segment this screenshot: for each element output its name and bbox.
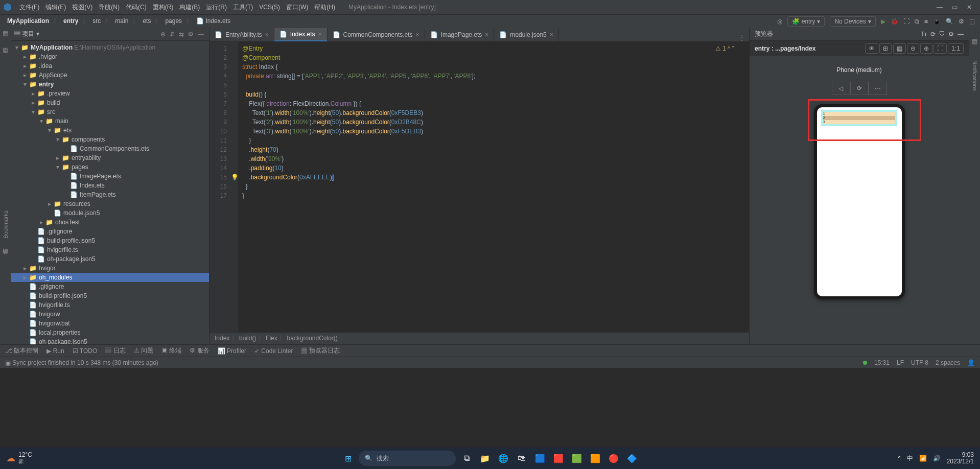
app-icon[interactable]: 🟥	[551, 451, 566, 466]
coverage-icon[interactable]: ⛶	[903, 18, 909, 25]
breadcrumb-item[interactable]: pages	[163, 17, 184, 25]
tree-root[interactable]: ▾📁 MyApplication E:\HarmonyOS\MyApplicat…	[11, 43, 209, 52]
tree-item[interactable]: ▾📁main	[11, 116, 209, 126]
tree-item[interactable]: ▸📁oh_modules	[11, 273, 209, 282]
tree-item[interactable]: ▸📁.idea	[11, 61, 209, 71]
tree-item[interactable]: 📄build-profile.json5	[11, 236, 209, 245]
breadcrumb-item[interactable]: MyApplication	[5, 17, 51, 25]
close-tab-icon[interactable]: ×	[550, 31, 553, 38]
project-tree[interactable]: ▾📁 MyApplication E:\HarmonyOS\MyApplicat…	[11, 41, 209, 344]
tree-item[interactable]: 📄local.properties	[11, 328, 209, 337]
ime-indicator[interactable]: 中	[907, 454, 913, 463]
bottom-tool-5[interactable]: ▣ 终端	[161, 346, 181, 355]
notifications-tool-label[interactable]: Notifications	[972, 60, 978, 91]
menu-item[interactable]: 文件(F)	[16, 4, 42, 11]
explorer-icon[interactable]: 📁	[477, 451, 493, 466]
tree-item[interactable]: ▸📁hvigor	[11, 264, 209, 273]
inspect-icon[interactable]: ⊞	[879, 43, 892, 54]
settings-icon[interactable]: ⚙	[959, 18, 964, 25]
more-button[interactable]: ⋯	[869, 82, 887, 95]
chrome-icon[interactable]: 🔴	[606, 451, 621, 466]
encoding[interactable]: UTF-8	[911, 359, 928, 366]
back-button[interactable]: ◁	[832, 82, 850, 95]
tree-item[interactable]: 📄.gitignore	[11, 227, 209, 236]
chevron-up-icon[interactable]: ^	[898, 455, 901, 462]
deveco-icon[interactable]: 🔷	[624, 451, 640, 466]
bottom-tool-4[interactable]: ⚠ 问题	[134, 346, 153, 355]
tree-item[interactable]: ▾📁pages	[11, 162, 209, 172]
indent[interactable]: 2 spaces	[936, 359, 960, 366]
breadcrumb-item[interactable]: ets	[141, 17, 153, 25]
fit-icon[interactable]: ⛶	[934, 43, 947, 54]
tree-item[interactable]: 📄hvigorfile.ts	[11, 300, 209, 310]
search-icon[interactable]: 🔍	[946, 18, 953, 25]
tree-item[interactable]: ▸📁AppScope	[11, 71, 209, 80]
vscode-icon[interactable]: 🟦	[532, 451, 548, 466]
tree-item[interactable]: 📄CommonComponents.ets	[11, 144, 209, 153]
bottom-tool-8[interactable]: ✓ Code Linter	[254, 347, 293, 355]
maximize-icon[interactable]: ▭	[952, 4, 958, 11]
device-manager-icon[interactable]: 📱	[933, 18, 941, 25]
module-selector[interactable]: 🧩 entry ▾	[787, 16, 825, 27]
close-tab-icon[interactable]: ×	[265, 31, 269, 38]
system-tray[interactable]: ^ 中 📶 🔊 9:03 2023/12/1	[898, 452, 974, 465]
editor-crumb-item[interactable]: Index	[215, 335, 229, 342]
editor-crumb-item[interactable]: build()	[239, 335, 256, 342]
bottom-tool-3[interactable]: ▤ 日志	[105, 346, 125, 355]
rotate-button[interactable]: ⟳	[850, 82, 869, 95]
editor-tab[interactable]: 📄Index.ets×	[274, 28, 328, 41]
bottom-tool-6[interactable]: ⚙ 服务	[190, 346, 209, 355]
hide-icon[interactable]: —	[198, 31, 204, 38]
tree-item[interactable]: ▸📁resources	[11, 199, 209, 208]
preview-tool-icon[interactable]: ▦	[972, 38, 977, 45]
project-tool-icon[interactable]: ▦	[3, 30, 8, 37]
editor-crumb-item[interactable]: Flex	[266, 335, 277, 342]
close-tab-icon[interactable]: ×	[318, 31, 322, 38]
start-icon[interactable]: ⊞	[340, 451, 356, 466]
tree-item[interactable]: 📄hvigorw.bat	[11, 319, 209, 328]
menu-item[interactable]: 代码(C)	[123, 4, 150, 11]
breadcrumb-item[interactable]: entry	[61, 17, 80, 25]
tree-item[interactable]: 📄hvigorfile.ts	[11, 245, 209, 254]
clock[interactable]: 9:03 2023/12/1	[947, 452, 974, 465]
minimize-icon[interactable]: ―	[937, 4, 943, 11]
menu-item[interactable]: 运行(R)	[203, 4, 230, 11]
menu-item[interactable]: 工具(T)	[230, 4, 256, 11]
bottom-tool-9[interactable]: ▦ 预览器日志	[301, 346, 339, 355]
wifi-icon[interactable]: 📶	[919, 455, 927, 462]
menu-item[interactable]: 帮助(H)	[311, 4, 338, 11]
tree-item[interactable]: 📄Index.ets	[11, 181, 209, 190]
device-selector[interactable]: No Devices ▾	[830, 16, 875, 27]
menu-item[interactable]: 重构(R)	[150, 4, 177, 11]
eye-icon[interactable]: 👁	[865, 43, 878, 54]
grid-icon[interactable]: ▦	[893, 43, 906, 54]
sync-icon[interactable]: ◎	[777, 18, 782, 25]
tree-item[interactable]: ▸📁build	[11, 98, 209, 107]
tree-item[interactable]: 📄hvigorw	[11, 310, 209, 319]
stop-icon[interactable]: ■	[924, 18, 928, 25]
bookmarks-tool-label[interactable]: Bookmarks	[3, 210, 9, 239]
volume-icon[interactable]: 🔊	[933, 455, 941, 462]
tree-item[interactable]: 📄oh-package.json5	[11, 254, 209, 264]
menu-item[interactable]: 构建(B)	[176, 4, 203, 11]
task-view-icon[interactable]: ⧉	[459, 451, 474, 466]
breadcrumb-item[interactable]: main	[113, 17, 130, 25]
menu-item[interactable]: 导航(N)	[96, 4, 123, 11]
close-tab-icon[interactable]: ×	[416, 31, 419, 38]
profile-icon[interactable]: ⧉	[915, 18, 919, 25]
line-separator[interactable]: LF	[897, 359, 904, 366]
editor-breadcrumb[interactable]: Index 〉 build() 〉 Flex 〉 backgroundColor…	[209, 332, 749, 344]
expand-all-icon[interactable]: ⇵	[170, 31, 175, 38]
tree-item[interactable]: 📄ItemPage.ets	[11, 190, 209, 199]
bottom-tool-0[interactable]: ⎇ 版本控制	[5, 346, 38, 355]
editor-tab[interactable]: 📄ImagePage.ets×	[425, 28, 495, 41]
app3-icon[interactable]: 🟧	[588, 451, 603, 466]
more-icon[interactable]: ⬚	[969, 18, 975, 25]
font-icon[interactable]: Tт	[920, 31, 927, 38]
code-area[interactable]: 1234567891011121314151617 @Entry @Compon…	[209, 42, 749, 332]
code-text[interactable]: @Entry @Component struct Index { private…	[238, 42, 749, 332]
breadcrumb-item[interactable]: src	[90, 17, 103, 25]
menu-item[interactable]: 视图(V)	[69, 4, 96, 11]
tree-item[interactable]: 📄ImagePage.ets	[11, 172, 209, 181]
filter-icon[interactable]: ⛉	[939, 31, 945, 38]
